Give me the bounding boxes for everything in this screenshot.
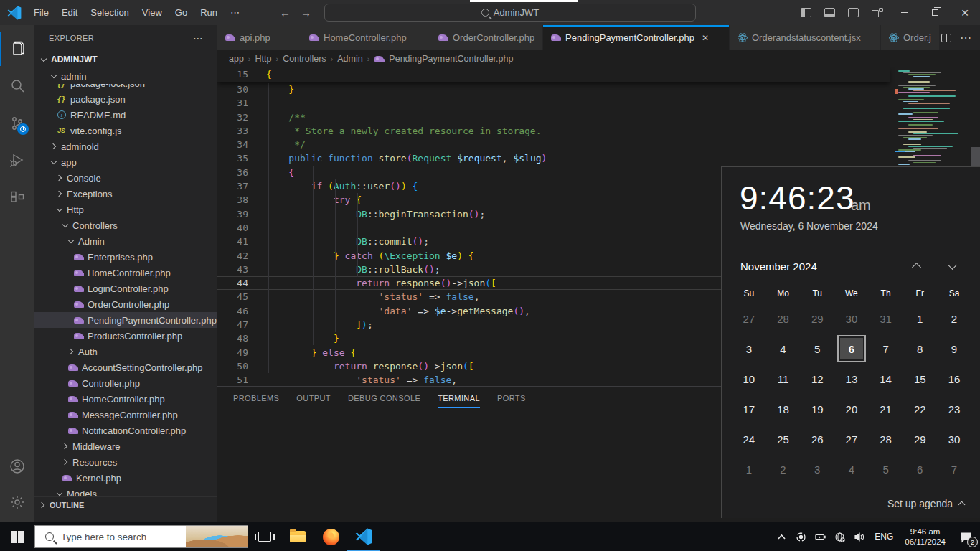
tree-item[interactable]: ProductsController.php xyxy=(34,328,217,344)
calendar-day[interactable]: 29 xyxy=(903,424,937,454)
tree-item[interactable]: Controllers xyxy=(34,217,217,233)
task-view-button[interactable] xyxy=(248,522,281,551)
calendar-day[interactable]: 30 xyxy=(937,424,971,454)
tree-item[interactable]: OrderController.php xyxy=(34,296,217,312)
panel-tab-debug-console[interactable]: DEBUG CONSOLE xyxy=(348,394,420,408)
agenda-toggle[interactable]: Set up agenda xyxy=(887,498,966,509)
calendar-day[interactable]: 16 xyxy=(937,364,971,394)
tree-item[interactable]: adminold xyxy=(34,138,217,154)
calendar-day[interactable]: 4 xyxy=(834,454,869,484)
calendar-day[interactable]: 21 xyxy=(869,394,903,424)
extensions-icon[interactable] xyxy=(0,181,34,215)
calendar-day[interactable]: 29 xyxy=(800,303,834,334)
outline-section[interactable]: OUTLINE xyxy=(34,496,217,512)
calendar-day[interactable]: 31 xyxy=(869,303,903,334)
tree-item[interactable]: Console xyxy=(34,170,217,186)
tree-item[interactable]: NotificationController.php xyxy=(34,423,217,438)
tray-chevron-up-icon[interactable] xyxy=(772,522,791,551)
calendar-day[interactable]: 23 xyxy=(937,394,971,424)
calendar-day[interactable]: 30 xyxy=(834,303,869,334)
tree-item[interactable]: Exceptions xyxy=(34,186,217,202)
close-button[interactable]: ✕ xyxy=(950,0,980,25)
settings-gear-icon[interactable] xyxy=(0,485,34,519)
file-explorer-button[interactable] xyxy=(281,522,314,551)
calendar-day[interactable]: 19 xyxy=(800,394,834,424)
toggle-secondary-sidebar-icon[interactable] xyxy=(848,8,859,17)
tree-item[interactable]: Http xyxy=(34,202,217,217)
toggle-sidebar-icon[interactable] xyxy=(801,8,811,17)
calendar-day[interactable]: 28 xyxy=(869,424,903,454)
calendar-day[interactable]: 28 xyxy=(766,303,801,334)
tree-item[interactable]: PendingPaymentController.php xyxy=(34,312,217,328)
source-control-icon[interactable] xyxy=(0,106,34,141)
tree-item[interactable]: Auth xyxy=(34,344,217,359)
tree-item[interactable]: Enterprises.php xyxy=(34,249,217,265)
tree-item[interactable]: LoginController.php xyxy=(34,281,217,296)
calendar-day[interactable]: 17 xyxy=(732,394,766,424)
tree-item[interactable]: HomeController.php xyxy=(34,265,217,281)
tree-item[interactable]: {}package-lock.json xyxy=(34,84,217,91)
panel-tab-problems[interactable]: PROBLEMS xyxy=(233,394,279,408)
calendar-day[interactable]: 20 xyxy=(834,394,869,424)
account-icon[interactable] xyxy=(0,449,34,484)
calendar-day[interactable]: 3 xyxy=(732,334,766,364)
tab-close-icon[interactable]: ✕ xyxy=(702,33,709,43)
run-debug-icon[interactable] xyxy=(0,143,34,178)
editor-more-icon[interactable]: ⋯ xyxy=(960,31,971,44)
calendar-day[interactable]: 15 xyxy=(903,364,937,394)
tree-item[interactable]: admin xyxy=(34,68,217,84)
firefox-button[interactable] xyxy=(314,522,347,551)
calendar-day[interactable]: 5 xyxy=(800,334,834,364)
search-highlight-image[interactable] xyxy=(186,526,248,547)
start-button[interactable] xyxy=(0,522,34,551)
calendar-day[interactable]: 4 xyxy=(766,334,801,364)
notification-center-button[interactable]: 2 xyxy=(951,522,980,551)
calendar-day[interactable]: 1 xyxy=(903,303,937,334)
tree-item[interactable]: Middleware xyxy=(34,438,217,454)
search-view-icon[interactable] xyxy=(0,69,34,103)
forward-arrow-icon[interactable]: → xyxy=(301,6,311,19)
tab-ordercontroller-php[interactable]: OrderController.php xyxy=(430,25,543,50)
toggle-panel-icon[interactable] xyxy=(824,8,835,17)
calendar-day[interactable]: 8 xyxy=(903,334,937,364)
calendar-day[interactable]: 2 xyxy=(937,303,971,334)
battery-icon[interactable] xyxy=(811,522,830,551)
calendar-day[interactable]: 11 xyxy=(766,364,801,394)
calendar-day[interactable]: 7 xyxy=(869,334,903,364)
calendar-day[interactable]: 2 xyxy=(766,454,801,484)
calendar-day[interactable]: 22 xyxy=(903,394,937,424)
menu-file[interactable]: File xyxy=(27,7,55,18)
menu-selection[interactable]: Selection xyxy=(84,7,135,18)
calendar-day[interactable]: 27 xyxy=(732,303,766,334)
calendar-day[interactable]: 5 xyxy=(869,454,903,484)
tree-item[interactable]: app xyxy=(34,154,217,170)
breadcrumb-item[interactable]: Controllers xyxy=(283,54,326,64)
split-editor-icon[interactable] xyxy=(941,34,951,42)
breadcrumb-item[interactable]: Admin xyxy=(337,54,362,64)
language-indicator[interactable]: ENG xyxy=(869,532,899,542)
menu-⋯[interactable]: ⋯ xyxy=(224,7,246,18)
meet-now-icon[interactable] xyxy=(791,522,811,551)
tree-item[interactable]: AccountSettingController.php xyxy=(34,359,217,375)
calendar-day[interactable]: 10 xyxy=(732,364,766,394)
tree-item[interactable]: MessageController.php xyxy=(34,407,217,423)
explorer-more-icon[interactable]: ⋯ xyxy=(193,32,204,44)
customize-layout-icon[interactable] xyxy=(872,8,883,18)
calendar-day[interactable]: 1 xyxy=(732,454,766,484)
tray-clock[interactable]: 9:46 am 06/11/2024 xyxy=(899,527,951,547)
calendar-day[interactable]: 6 xyxy=(834,334,869,364)
restore-button[interactable] xyxy=(920,0,950,25)
tab-order-j[interactable]: Order.j xyxy=(881,25,940,50)
tree-item[interactable]: {}package.json xyxy=(34,91,217,107)
breadcrumb-item[interactable]: PendingPaymentController.php xyxy=(389,54,513,64)
panel-tab-output[interactable]: OUTPUT xyxy=(296,394,331,408)
calendar-day[interactable]: 9 xyxy=(937,334,971,364)
tree-item[interactable]: HomeController.php xyxy=(34,391,217,407)
network-globe-icon[interactable] xyxy=(830,522,849,551)
tree-item[interactable]: Kernel.php xyxy=(34,470,217,486)
calendar-day[interactable]: 25 xyxy=(766,424,801,454)
breadcrumb-item[interactable]: app xyxy=(229,54,244,64)
tab-orderandstatuscontent-jsx[interactable]: Orderandstatuscontent.jsx xyxy=(730,25,881,50)
calendar-next-icon[interactable] xyxy=(947,263,958,270)
panel-tab-terminal[interactable]: TERMINAL xyxy=(438,394,480,408)
